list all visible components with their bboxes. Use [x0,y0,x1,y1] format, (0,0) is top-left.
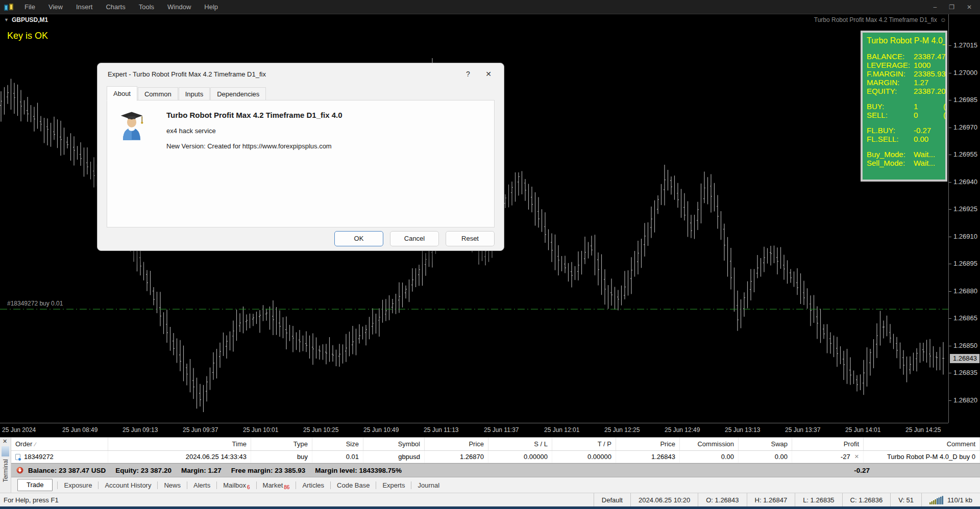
terminal-tab-experts[interactable]: Experts [376,481,411,489]
terminal-tab-market[interactable]: Market86 [257,481,296,489]
tab-about[interactable]: About [107,86,137,101]
robot-panel-gap [867,143,941,150]
balance-item: Equity: 23 387.20 [115,467,172,474]
dialog-help-button[interactable]: ? [458,66,478,82]
robot-field-label: Buy_Mode: [867,150,914,159]
robot-field-label: LEVERAGE: [867,61,914,69]
terminal-tab-articles[interactable]: Articles [296,481,330,489]
robot-field-value: 1.27 [914,78,943,87]
terminal-side-tab[interactable]: Terminal [2,459,9,482]
time-tick-label: 25 Jun 13:13 [725,426,760,434]
column-header-type[interactable]: Type [251,438,312,450]
menu-help[interactable]: Help [198,0,225,14]
column-header-label: T / P [598,440,611,448]
price-tick-label: 1.26925 [953,205,977,213]
smiley-icon: ☺ [940,16,946,23]
dialog-titlebar: Expert - Turbo Robot Profit Max 4.2 Time… [97,63,504,85]
column-header-swap[interactable]: Swap [739,438,792,450]
status-segment: H: 1.26847 [747,493,795,506]
robot-field-value: 0.00 [914,135,943,143]
column-header-commission[interactable]: Commission [680,438,739,450]
robot-field-value: 0 [914,111,943,119]
menu-window[interactable]: Window [161,0,198,14]
column-header-s-l[interactable]: S / L [488,438,552,450]
robot-field-label: SELL: [867,111,914,119]
dialog-close-button[interactable]: ✕ [478,66,499,82]
tab-dependencies[interactable]: Dependencies [210,87,266,100]
terminal-tab-label: Trade [27,481,43,489]
window-minimize-button[interactable]: – [933,4,937,11]
order-cell-value: 0.00 [775,453,788,461]
profile-selector[interactable]: Default [594,493,630,506]
robot-field-label: BUY: [867,102,914,111]
terminal-tab-label: Code Base [337,481,370,489]
price-tick-label: 1.26880 [953,287,977,295]
price-tick-label: 1.26850 [953,342,977,349]
column-header-label: Commission [697,440,734,448]
robot-field-value: 23385.93 [914,69,943,78]
status-segment: C: 1.26836 [842,493,891,506]
column-header-price[interactable]: Price [616,438,680,450]
column-header-price[interactable]: Price [425,438,488,450]
order-cell-value: buy [297,453,308,461]
terminal-close-icon[interactable]: ✕ [3,438,7,445]
balance-item: Balance: 23 387.47 USD [28,467,106,474]
terminal-tab-journal[interactable]: Journal [411,481,446,489]
order-cell-type: buy [251,451,312,463]
cancel-button[interactable]: Cancel [390,231,439,246]
column-header-size[interactable]: Size [312,438,363,450]
terminal-tab-account-history[interactable]: Account History [99,481,157,489]
column-header-t-p[interactable]: T / P [552,438,616,450]
order-cell-t-p: 0.00000 [552,451,616,463]
window-controls: – ❐ ✕ [933,4,980,11]
tab-inputs[interactable]: Inputs [179,87,210,100]
terminal-tab-news[interactable]: News [158,481,187,489]
time-tick-label: 25 Jun 11:13 [424,426,459,434]
order-cell-value: 2024.06.25 14:33:43 [186,453,247,461]
column-header-profit[interactable]: Profit [792,438,864,450]
robot-panel-row: FL.BUY:-0.27 [867,126,941,135]
table-row[interactable]: 183492722024.06.25 14:33:43buy0.01gbpusd… [11,451,980,463]
order-cell-value: 1.26843 [651,453,675,461]
window-restore-button[interactable]: ❐ [949,4,954,11]
menu-view[interactable]: View [42,0,69,14]
window-close-button[interactable]: ✕ [967,4,972,11]
price-tick-label: 1.26820 [953,396,977,404]
ok-button[interactable]: OK [334,231,383,246]
column-header-order[interactable]: Order∕ [11,438,108,450]
price-tick-mark [949,373,951,373]
reset-button[interactable]: Reset [446,231,495,246]
current-price-label: 1.26843 [950,354,979,363]
signal-bars-icon [929,496,944,504]
tab-common[interactable]: Common [138,87,178,100]
terminal-tab-trade[interactable]: Trade [17,479,53,491]
dialog-tab-strip: About Common Inputs Dependencies [107,86,266,100]
menu-insert[interactable]: Insert [69,0,100,14]
price-tick-label: 1.26970 [953,123,977,131]
terminal-tab-alerts[interactable]: Alerts [187,481,216,489]
unread-count-badge: 86 [284,485,289,490]
column-header-symbol[interactable]: Symbol [363,438,425,450]
balance-item: Margin: 1.27 [181,467,222,474]
column-header-time[interactable]: Time [108,438,251,450]
menu-tools[interactable]: Tools [132,0,161,14]
window-bottom-edge [0,506,980,509]
status-bar: For Help, press F1 Default2024.06.25 10:… [0,493,980,506]
terminal-tab-mailbox[interactable]: Mailbox6 [217,481,256,489]
price-tick-label: 1.26865 [953,314,977,322]
column-header-comment[interactable]: Comment [864,438,980,450]
menu-file[interactable]: File [18,0,42,14]
robot-field-value: 1 [914,102,943,111]
robot-field-value: 23387.20 [914,87,943,95]
column-header-label: S / L [534,440,548,448]
terminal-tab-exposure[interactable]: Exposure [58,481,98,489]
terminal-tab-code-base[interactable]: Code Base [331,481,376,489]
menu-charts[interactable]: Charts [99,0,132,14]
close-order-icon[interactable]: ✕ [854,453,859,460]
robot-panel-row: BUY:1(0.01 [867,102,941,111]
order-cell-value: 0.01 [346,453,359,461]
terminal-tab-label: Articles [302,481,324,489]
panel-grip[interactable] [2,446,9,456]
robot-panel-row: Sell_Mode:Wait... [867,159,941,167]
status-segment: O: 1.26843 [698,493,746,506]
